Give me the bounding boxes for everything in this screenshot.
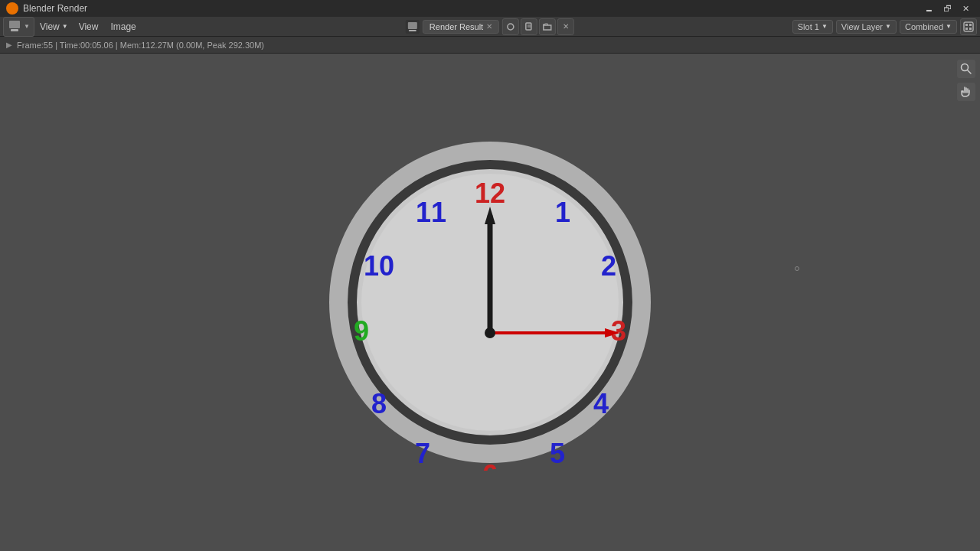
close-button[interactable]: ✕: [957, 0, 974, 17]
menu-left: ▼ View ▼ View Image: [3, 17, 792, 37]
right-toolbar: [957, 60, 975, 101]
window-title: Blender Render: [23, 3, 920, 14]
svg-rect-0: [9, 21, 20, 28]
render-result-tab[interactable]: Render Result ✕: [423, 20, 499, 34]
svg-text:11: 11: [416, 197, 446, 228]
slot-chevron: ▼: [822, 23, 828, 30]
svg-line-34: [968, 70, 972, 74]
view-dropdown-button[interactable]: View ▼: [36, 20, 72, 34]
svg-text:12: 12: [475, 178, 505, 209]
svg-text:1: 1: [555, 197, 570, 228]
svg-rect-8: [964, 22, 973, 31]
svg-rect-11: [965, 28, 968, 30]
app-icon: [6, 2, 18, 15]
svg-rect-12: [969, 28, 972, 30]
combined-label: Combined: [905, 22, 943, 31]
folder-icon[interactable]: [539, 18, 556, 35]
image-menu-item[interactable]: Image: [105, 20, 141, 34]
close-render-icon[interactable]: ✕: [557, 18, 574, 35]
view-label: View: [40, 21, 60, 32]
main-area: 12 1 2 3 4 5 6 7 8 9 10 11: [0, 54, 980, 551]
editor-type-icon: [8, 19, 21, 34]
editor-type-button[interactable]: ▼: [3, 17, 34, 37]
menu-right: Slot 1 ▼ View Layer ▼ Combined ▼: [792, 18, 977, 35]
svg-rect-1: [11, 29, 18, 31]
svg-rect-2: [408, 22, 417, 29]
menu-bar: ▼ View ▼ View Image Render Result ✕: [0, 17, 980, 37]
combined-dropdown[interactable]: Combined ▼: [900, 20, 957, 34]
view-chevron: ▼: [62, 23, 68, 30]
clock-svg: 12 1 2 3 4 5 6 7 8 9 10 11: [322, 134, 658, 471]
tab-close-icon[interactable]: ✕: [486, 22, 492, 31]
new-file-icon[interactable]: [521, 18, 537, 35]
svg-point-4: [508, 24, 514, 30]
title-bar: Blender Render 🗕 🗗 ✕: [0, 0, 980, 17]
status-text: Frame:55 | Time:00:05.06 | Mem:112.27M (…: [17, 41, 264, 50]
search-tool-icon[interactable]: [957, 60, 975, 78]
tab-type-icon[interactable]: [406, 20, 420, 34]
svg-text:4: 4: [593, 388, 609, 419]
mouse-cursor: [795, 266, 799, 271]
pin-icon[interactable]: [502, 18, 519, 35]
status-arrow[interactable]: ▶: [6, 41, 12, 49]
combined-chevron: ▼: [946, 23, 952, 30]
svg-text:9: 9: [354, 315, 369, 347]
maximize-button[interactable]: 🗗: [939, 0, 956, 17]
svg-text:7: 7: [415, 438, 430, 469]
view-layer-dropdown[interactable]: View Layer ▼: [836, 20, 897, 34]
status-bar: ▶ Frame:55 | Time:00:05.06 | Mem:112.27M…: [0, 37, 980, 54]
svg-text:8: 8: [371, 388, 387, 419]
svg-rect-3: [409, 30, 416, 31]
minimize-button[interactable]: 🗕: [920, 0, 937, 17]
svg-text:2: 2: [601, 250, 616, 282]
svg-text:5: 5: [550, 438, 565, 469]
svg-text:6: 6: [482, 459, 498, 471]
view-layer-chevron: ▼: [885, 23, 891, 30]
slot-dropdown[interactable]: Slot 1 ▼: [792, 20, 833, 34]
clock-container: 12 1 2 3 4 5 6 7 8 9 10 11: [322, 134, 658, 471]
view-menu-item[interactable]: View: [74, 20, 104, 34]
svg-text:10: 10: [364, 250, 394, 282]
svg-point-32: [485, 328, 495, 338]
editor-type-chevron: ▼: [24, 23, 30, 30]
display-mode-icon[interactable]: [960, 18, 977, 35]
tab-icon-group: ✕: [502, 18, 574, 35]
svg-rect-9: [965, 24, 968, 26]
window-controls: 🗕 🗗 ✕: [920, 0, 974, 17]
tab-area: Render Result ✕ ✕: [406, 18, 574, 35]
slot-label: Slot 1: [798, 22, 819, 31]
tab-label-text: Render Result: [430, 22, 483, 31]
svg-rect-10: [969, 24, 972, 26]
hand-tool-icon[interactable]: [957, 83, 975, 101]
view-layer-label: View Layer: [841, 22, 883, 31]
svg-text:3: 3: [611, 315, 626, 347]
